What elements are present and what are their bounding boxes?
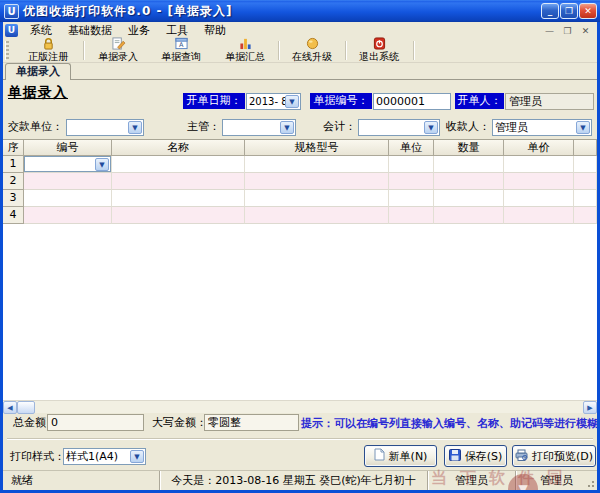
grid-cell-name[interactable]	[112, 156, 245, 173]
payer-combobox[interactable]: ▼	[66, 119, 144, 136]
hint-text: 提示：可以在编号列直接输入编号、名称、助记码等进行模糊查询	[301, 416, 597, 431]
grid-cell-unit[interactable]	[389, 207, 434, 224]
accountant-combobox[interactable]: ▼	[358, 119, 440, 136]
payer-label: 交款单位：	[8, 119, 66, 135]
close-button[interactable]: ✕	[579, 3, 597, 19]
grid-cell-price[interactable]	[504, 207, 574, 224]
col-header-qty: 数量	[434, 140, 504, 156]
grid-cell-qty[interactable]	[434, 173, 504, 190]
print-preview-button[interactable]: 打印预览(D)	[512, 445, 596, 467]
chevron-down-icon[interactable]: ▼	[128, 121, 142, 134]
divider	[7, 438, 593, 440]
grid-cell-code[interactable]	[24, 190, 112, 207]
grid-cell-name[interactable]	[112, 190, 245, 207]
status-operator: 管理员	[428, 471, 516, 490]
toolbar-query-button[interactable]: A 单据查询	[150, 39, 212, 62]
print-style-combobox[interactable]: 样式1(A4) ▼	[63, 448, 146, 465]
date-combobox[interactable]: 2013- 8-16 ▼	[246, 93, 301, 110]
svg-text:A: A	[178, 41, 183, 49]
scroll-left-arrow-icon[interactable]: ◀	[3, 401, 17, 414]
save-floppy-icon	[449, 449, 461, 464]
minimize-button[interactable]: _	[541, 3, 559, 19]
grid-cell-spec[interactable]	[245, 190, 389, 207]
page-title: 单据录入	[8, 84, 68, 102]
total-amount-field: 0	[47, 414, 144, 431]
titlebar: U 优图收据打印软件8.0 - [单据录入] _ ❐ ✕	[0, 0, 600, 22]
tab-document-entry[interactable]: 单据录入	[5, 63, 71, 80]
row-number: 1	[3, 156, 24, 173]
grid-cell-unit[interactable]	[389, 190, 434, 207]
toolbar-entry-button[interactable]: 单据录入	[87, 39, 149, 62]
date-label: 开单日期：	[183, 93, 245, 109]
exit-icon	[372, 37, 387, 50]
grid-cell-unit[interactable]	[389, 173, 434, 190]
resize-grip[interactable]	[585, 478, 595, 488]
doc-no-input[interactable]: 0000001	[373, 93, 451, 110]
print-preview-label: 打印预览(D)	[532, 449, 593, 464]
doc-no-label: 单据编号：	[310, 93, 372, 109]
grid-row: 2	[3, 173, 597, 190]
mdi-minimize-button[interactable]: —	[542, 24, 557, 37]
chevron-down-icon[interactable]: ▼	[95, 158, 109, 171]
toolbar-separator	[278, 41, 279, 60]
grid-cell-spec[interactable]	[245, 173, 389, 190]
grid-cell-price[interactable]	[504, 190, 574, 207]
col-header-unit: 单位	[389, 140, 434, 156]
supervisor-combobox[interactable]: ▼	[222, 119, 296, 136]
chevron-down-icon[interactable]: ▼	[280, 121, 294, 134]
grid-cell-qty[interactable]	[434, 190, 504, 207]
supervisor-label: 主管：	[187, 119, 221, 135]
bar-chart-icon	[238, 37, 253, 50]
grid-row: 1 ▼	[3, 156, 597, 173]
toolbar-exit-button[interactable]: 退出系统	[348, 39, 410, 62]
grid-cell-code[interactable]	[24, 207, 112, 224]
grid-cell-name[interactable]	[112, 207, 245, 224]
grid-cell-name[interactable]	[112, 173, 245, 190]
menu-business[interactable]: 业务	[120, 22, 158, 39]
menu-help[interactable]: 帮助	[196, 22, 234, 39]
toolbar-register-button[interactable]: 正版注册	[16, 39, 80, 62]
toolbar-summary-label: 单据汇总	[225, 50, 265, 64]
toolbar-grip	[5, 41, 9, 60]
chevron-down-icon[interactable]: ▼	[424, 121, 438, 134]
lock-icon	[41, 37, 56, 50]
chevron-down-icon[interactable]: ▼	[285, 95, 299, 108]
toolbar-separator	[413, 41, 414, 60]
grid-cell-spec[interactable]	[245, 207, 389, 224]
grid-cell-extra	[574, 156, 597, 173]
cashier-combobox[interactable]: 管理员 ▼	[492, 119, 592, 136]
save-label: 保存(S)	[465, 449, 503, 464]
mdi-restore-button[interactable]: ❐	[560, 24, 575, 37]
new-doc-button[interactable]: 新单(N)	[364, 445, 437, 467]
toolbar-summary-button[interactable]: 单据汇总	[214, 39, 276, 62]
maximize-button[interactable]: ❐	[560, 3, 578, 19]
save-button[interactable]: 保存(S)	[444, 445, 507, 467]
print-preview-icon	[515, 449, 528, 464]
toolbar-upgrade-button[interactable]: 在线升级	[281, 39, 343, 62]
status-today: 今天是：2013-08-16 星期五 癸巳(蛇)年七月初十	[160, 471, 428, 490]
grid-cell-price[interactable]	[504, 156, 574, 173]
items-grid: 序 编号 名称 规格型号 单位 数量 单价 1 ▼	[3, 139, 597, 400]
grid-cell-code[interactable]	[24, 173, 112, 190]
cashier-label: 收款人：	[446, 119, 492, 135]
chevron-down-icon[interactable]: ▼	[576, 121, 590, 134]
print-style-value: 样式1(A4)	[64, 449, 130, 464]
tabstrip: 单据录入	[3, 63, 597, 80]
col-header-code: 编号	[24, 140, 112, 156]
grid-cell-spec[interactable]	[245, 156, 389, 173]
code-cell-combobox[interactable]: ▼	[24, 156, 111, 172]
row-number: 3	[3, 190, 24, 207]
grid-cell-price[interactable]	[504, 173, 574, 190]
scroll-right-arrow-icon[interactable]: ▶	[583, 401, 597, 414]
scrollbar-thumb[interactable]	[17, 401, 35, 414]
mdi-close-button[interactable]: ✕	[578, 24, 593, 37]
horizontal-scrollbar[interactable]: ◀ ▶	[3, 400, 597, 413]
grid-cell-unit[interactable]	[389, 156, 434, 173]
row-number: 4	[3, 207, 24, 224]
operator-label: 开单人：	[455, 93, 504, 109]
grid-cell-code[interactable]: ▼	[24, 156, 112, 173]
chevron-down-icon[interactable]: ▼	[130, 450, 144, 463]
toolbar-separator	[83, 41, 84, 60]
grid-cell-qty[interactable]	[434, 207, 504, 224]
grid-cell-qty[interactable]	[434, 156, 504, 173]
